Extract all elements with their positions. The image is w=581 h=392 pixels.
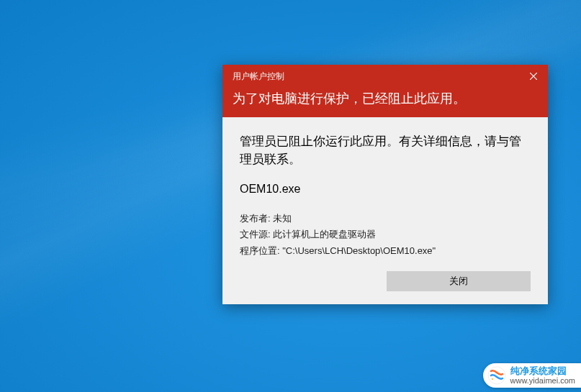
close-icon bbox=[530, 73, 537, 80]
dialog-title-large: 为了对电脑进行保护，已经阻止此应用。 bbox=[233, 90, 538, 107]
dialog-filename: OEM10.exe bbox=[240, 183, 531, 196]
watermark-brand: 纯净系统家园 bbox=[510, 366, 575, 376]
dialog-header: 用户帐户控制 为了对电脑进行保护，已经阻止此应用。 bbox=[222, 65, 548, 117]
dialog-footer: 关闭 bbox=[240, 271, 531, 291]
detail-location: 程序位置: "C:\Users\LCH\Desktop\OEM10.exe" bbox=[240, 244, 531, 258]
watermark-logo-icon bbox=[487, 366, 506, 385]
svg-point-3 bbox=[491, 378, 492, 380]
detail-publisher: 发布者: 未知 bbox=[240, 211, 531, 226]
close-button[interactable]: 关闭 bbox=[387, 271, 531, 291]
watermark-text: 纯净系统家园 www.yidaimei.com bbox=[510, 366, 575, 385]
publisher-label: 发布者: bbox=[240, 213, 271, 224]
watermark: 纯净系统家园 www.yidaimei.com bbox=[483, 363, 581, 388]
detail-source: 文件源: 此计算机上的硬盘驱动器 bbox=[240, 227, 531, 242]
dialog-body: 管理员已阻止你运行此应用。有关详细信息，请与管理员联系。 OEM10.exe 发… bbox=[222, 117, 548, 304]
watermark-url: www.yidaimei.com bbox=[510, 376, 575, 385]
source-value: 此计算机上的硬盘驱动器 bbox=[273, 229, 376, 240]
publisher-value: 未知 bbox=[273, 213, 292, 224]
dialog-title-small: 用户帐户控制 bbox=[233, 70, 538, 83]
location-label: 程序位置: bbox=[240, 245, 280, 256]
location-value: "C:\Users\LCH\Desktop\OEM10.exe" bbox=[282, 245, 436, 256]
dialog-body-text: 管理员已阻止你运行此应用。有关详细信息，请与管理员联系。 bbox=[240, 133, 531, 168]
source-label: 文件源: bbox=[240, 229, 271, 240]
dialog-details: 发布者: 未知 文件源: 此计算机上的硬盘驱动器 程序位置: "C:\Users… bbox=[240, 211, 531, 257]
close-icon-button[interactable] bbox=[522, 68, 545, 85]
uac-dialog: 用户帐户控制 为了对电脑进行保护，已经阻止此应用。 管理员已阻止你运行此应用。有… bbox=[222, 65, 548, 304]
